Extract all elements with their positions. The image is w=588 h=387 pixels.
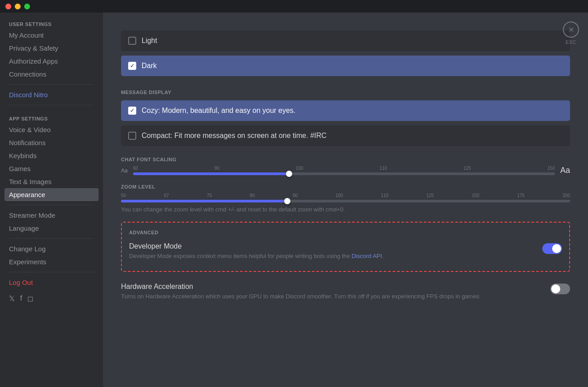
zoom-level-label: ZOOM LEVEL — [121, 184, 570, 189]
msg-compact-checkbox — [128, 132, 136, 140]
minimize-button[interactable] — [15, 4, 21, 9]
zoom-level-section: ZOOM LEVEL 50 67 75 80 90 100 110 125 15… — [121, 184, 570, 213]
hardware-acceleration-title: Hardware Acceleration — [121, 283, 543, 291]
main-content: ✕ ESC Light Dark MESSAGE DISPLAY Cozy: M… — [103, 13, 588, 387]
sidebar-item-voice-video[interactable]: Voice & Video — [4, 123, 99, 136]
twitter-icon[interactable]: 𝕏 — [9, 294, 15, 303]
zoom-tick-200: 200 — [562, 193, 570, 198]
discord-api-link[interactable]: Discord API — [351, 253, 382, 259]
theme-dark-label: Dark — [142, 62, 157, 70]
sidebar-item-games[interactable]: Games — [4, 162, 99, 175]
sidebar-item-my-account[interactable]: My Account — [4, 29, 99, 42]
app-settings-label: App Settings — [4, 116, 99, 121]
zoom-tick-67: 67 — [164, 193, 169, 198]
chat-font-min-label: Aa — [121, 168, 128, 174]
facebook-icon[interactable]: f — [20, 294, 22, 303]
chat-font-fill — [133, 172, 289, 175]
sidebar-item-keybinds[interactable]: Keybinds — [4, 149, 99, 162]
esc-label: ESC — [566, 39, 576, 45]
zoom-hint: You can change the zoom level with cmd +… — [121, 206, 570, 213]
divider-1 — [9, 84, 94, 85]
theme-light[interactable]: Light — [121, 30, 570, 51]
developer-mode-row: Developer Mode Developer Mode exposes co… — [129, 242, 562, 260]
titlebar — [0, 0, 588, 13]
hardware-acceleration-toggle[interactable] — [550, 284, 570, 294]
chat-font-slider-row: Aa 60 90 100 110 125 150 Aa — [121, 166, 570, 175]
msg-cozy[interactable]: Cozy: Modern, beautiful, and easy on you… — [121, 100, 570, 121]
esc-button[interactable]: ✕ ESC — [563, 22, 579, 45]
hardware-acceleration-info: Hardware Acceleration Turns on Hardware … — [121, 283, 543, 301]
developer-mode-title: Developer Mode — [129, 242, 535, 250]
developer-mode-desc-before: Developer Mode exposes context menu item… — [129, 253, 351, 259]
sidebar-item-streamer-mode[interactable]: Streamer Mode — [4, 209, 99, 222]
msg-cozy-label: Cozy: Modern, beautiful, and easy on you… — [142, 107, 295, 115]
developer-mode-desc-after: . — [382, 253, 384, 259]
chat-font-scaling-section: CHAT FONT SCALING Aa 60 90 100 110 125 1… — [121, 157, 570, 175]
theme-light-checkbox — [128, 37, 136, 45]
tick-125: 125 — [463, 166, 471, 171]
close-button[interactable] — [5, 4, 11, 9]
hardware-acceleration-knob — [551, 284, 560, 293]
zoom-track[interactable] — [121, 200, 570, 202]
message-options: Cozy: Modern, beautiful, and easy on you… — [121, 100, 570, 146]
tick-150: 150 — [547, 166, 555, 171]
zoom-tick-175: 175 — [517, 193, 525, 198]
chat-font-max-label: Aa — [560, 166, 570, 175]
chat-font-ticks: 60 90 100 110 125 150 — [133, 166, 555, 171]
chat-font-thumb[interactable] — [286, 171, 292, 177]
sidebar-item-change-log[interactable]: Change Log — [4, 242, 99, 255]
developer-mode-desc: Developer Mode exposes context menu item… — [129, 252, 535, 260]
sidebar-item-discord-nitro[interactable]: Discord Nitro — [4, 88, 99, 101]
social-links: 𝕏 f ◻ — [4, 291, 99, 306]
maximize-button[interactable] — [24, 4, 30, 9]
zoom-slider-container: 50 67 75 80 90 100 110 125 150 175 200 — [121, 193, 570, 202]
chat-font-track[interactable] — [133, 172, 555, 175]
esc-icon: ✕ — [563, 22, 579, 38]
msg-compact-label: Compact: Fit more messages on screen at … — [142, 132, 327, 140]
tick-100: 100 — [296, 166, 303, 171]
zoom-tick-150: 150 — [472, 193, 480, 198]
zoom-tick-110: 110 — [381, 193, 389, 198]
instagram-icon[interactable]: ◻ — [27, 294, 33, 303]
chat-font-scaling-label: CHAT FONT SCALING — [121, 157, 570, 162]
sidebar-item-experiments[interactable]: Experiments — [4, 255, 99, 268]
msg-cozy-checkbox — [128, 107, 136, 115]
sidebar-item-connections[interactable]: Connections — [4, 68, 99, 81]
developer-mode-info: Developer Mode Developer Mode exposes co… — [129, 242, 535, 260]
advanced-section: ADVANCED Developer Mode Developer Mode e… — [121, 222, 570, 272]
sidebar-item-appearance[interactable]: Appearance — [4, 188, 99, 201]
hardware-acceleration-row: Hardware Acceleration Turns on Hardware … — [121, 283, 570, 301]
zoom-tick-50: 50 — [121, 193, 126, 198]
zoom-fill — [121, 200, 287, 202]
zoom-tick-90: 90 — [293, 193, 298, 198]
chat-font-slider-container: 60 90 100 110 125 150 — [133, 166, 555, 175]
theme-light-label: Light — [142, 37, 157, 45]
user-settings-label: User Settings — [4, 22, 99, 27]
developer-mode-toggle[interactable] — [542, 243, 562, 254]
zoom-thumb[interactable] — [284, 198, 290, 204]
divider-3 — [9, 205, 94, 205]
sidebar-item-privacy-safety[interactable]: Privacy & Safety — [4, 42, 99, 55]
tick-110: 110 — [380, 166, 387, 171]
sidebar-item-authorized-apps[interactable]: Authorized Apps — [4, 55, 99, 68]
tick-90: 90 — [214, 166, 219, 171]
theme-dark-checkbox — [128, 62, 136, 70]
hardware-acceleration-desc: Turns on Hardware Acceleration which use… — [121, 292, 543, 301]
developer-mode-knob — [552, 244, 561, 253]
advanced-label: ADVANCED — [129, 230, 562, 235]
sidebar-item-logout[interactable]: Log Out — [4, 276, 99, 289]
sidebar-item-language[interactable]: Language — [4, 222, 99, 235]
zoom-ticks: 50 67 75 80 90 100 110 125 150 175 200 — [121, 193, 570, 198]
divider-4 — [9, 238, 94, 239]
app-container: User Settings My Account Privacy & Safet… — [0, 13, 588, 387]
zoom-tick-80: 80 — [250, 193, 255, 198]
sidebar-item-text-images[interactable]: Text & Images — [4, 175, 99, 188]
tick-60: 60 — [133, 166, 138, 171]
theme-dark[interactable]: Dark — [121, 56, 570, 76]
message-display-label: MESSAGE DISPLAY — [121, 90, 570, 95]
msg-compact[interactable]: Compact: Fit more messages on screen at … — [121, 125, 570, 146]
zoom-tick-75: 75 — [207, 193, 212, 198]
sidebar-item-notifications[interactable]: Notifications — [4, 136, 99, 149]
divider-2 — [9, 105, 94, 105]
theme-options: Light Dark — [121, 30, 570, 76]
